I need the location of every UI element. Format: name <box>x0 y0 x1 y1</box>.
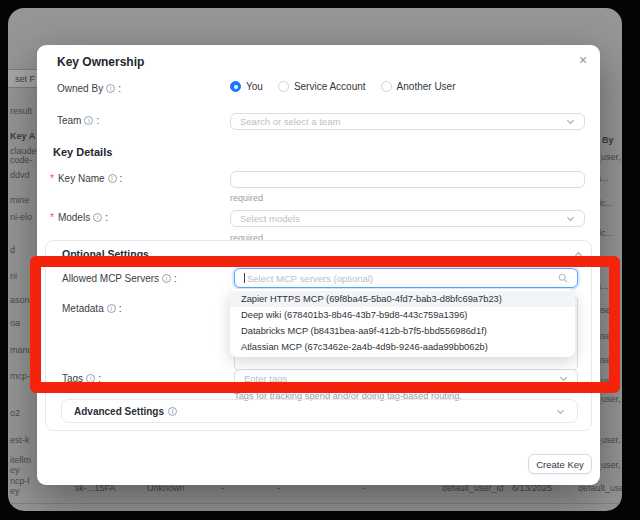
radio-selected-icon <box>230 81 241 92</box>
chevron-up-icon[interactable] <box>574 250 583 259</box>
key-alias-column-header-fragment: Key A <box>10 131 35 141</box>
table-row: mcp-t <box>10 371 33 381</box>
table-row: itellm <box>10 455 31 465</box>
table-row: ncp-l <box>10 476 30 486</box>
info-icon[interactable] <box>86 374 95 383</box>
close-icon[interactable]: × <box>573 50 593 70</box>
key-name-required-hint: required <box>230 193 263 203</box>
chevron-down-icon <box>566 117 575 126</box>
table-row: d <box>10 245 15 255</box>
dropdown-option-databricks[interactable]: Databricks MCP (b8431bea-aa9f-412b-b7f5-… <box>230 323 575 339</box>
modal-title: Key Ownership <box>57 55 144 69</box>
info-icon[interactable] <box>107 304 116 313</box>
info-icon[interactable] <box>93 213 102 222</box>
info-icon[interactable] <box>84 116 93 125</box>
info-icon[interactable] <box>168 407 177 416</box>
owned-by-label: Owned By : <box>57 83 121 94</box>
dropdown-option-atlassian[interactable]: Atlassian MCP (67c3462e-2a4b-4d9b-9246-a… <box>230 339 575 355</box>
key-details-heading: Key Details <box>53 146 112 158</box>
chevron-down-icon <box>556 407 565 416</box>
radio-another-user[interactable]: Another User <box>381 81 456 92</box>
key-name-input[interactable] <box>230 171 585 188</box>
search-icon <box>558 273 568 283</box>
owned-by-radio-group: You Service Account Another User <box>230 81 456 92</box>
info-icon[interactable] <box>108 174 117 183</box>
table-row: o2 <box>10 408 20 418</box>
table-row: manu <box>10 345 33 355</box>
table-row: ey <box>10 465 20 475</box>
results-text-fragment: result <box>10 106 32 116</box>
table-row: ni-elo <box>10 212 32 222</box>
table-row: est-k <box>10 435 30 445</box>
info-icon[interactable] <box>162 274 171 283</box>
metadata-label: Metadata : <box>62 303 121 314</box>
advanced-settings-collapse[interactable]: Advanced Settings <box>61 399 578 423</box>
table-row: ey <box>10 486 20 496</box>
mcp-servers-dropdown: Zapier HTTPS MCP (69f8ba45-5ba0-4fd7-bab… <box>230 289 575 357</box>
key-ownership-modal: Key Ownership × Owned By : You Service A… <box>37 45 600 485</box>
table-row: mine <box>10 195 30 205</box>
table-divider <box>8 503 622 504</box>
dropdown-option-deep-wiki[interactable]: Deep wiki (678401b3-8b46-43b7-b9d8-443c7… <box>230 307 575 323</box>
optional-settings-heading[interactable]: Optional Settings <box>62 248 149 260</box>
table-row: ason2 <box>10 295 35 305</box>
team-label: Team : <box>57 115 99 126</box>
info-icon[interactable] <box>106 84 115 93</box>
chevron-down-icon <box>566 214 575 223</box>
radio-service-account[interactable]: Service Account <box>278 81 366 92</box>
key-name-label: * Key Name : <box>50 173 122 184</box>
models-select[interactable]: Select models <box>230 210 585 227</box>
table-row: ni <box>10 271 17 281</box>
table-row: code- <box>10 155 33 165</box>
table-row: ddvd <box>10 170 30 180</box>
tags-select[interactable]: Enter tags <box>234 369 578 387</box>
mcp-servers-select[interactable]: Select MCP servers (optional) <box>234 268 578 288</box>
radio-you[interactable]: You <box>230 81 263 92</box>
required-asterisk: * <box>50 173 54 184</box>
radio-unselected-icon <box>278 81 289 92</box>
required-asterisk: * <box>50 212 54 223</box>
allowed-mcp-servers-label: Allowed MCP Servers : <box>62 273 177 284</box>
text-cursor <box>244 273 245 283</box>
radio-unselected-icon <box>381 81 392 92</box>
tags-label: Tags : <box>62 373 101 384</box>
create-key-button[interactable]: Create Key <box>528 454 592 474</box>
team-select[interactable]: Search or select a team <box>230 113 585 130</box>
advanced-settings-heading: Advanced Settings <box>74 406 556 417</box>
models-label: * Models : <box>50 212 108 223</box>
dropdown-option-zapier[interactable]: Zapier HTTPS MCP (69f8ba45-5ba0-4fd7-bab… <box>230 291 575 307</box>
table-row: oa <box>10 318 20 328</box>
chevron-down-icon <box>559 374 568 383</box>
